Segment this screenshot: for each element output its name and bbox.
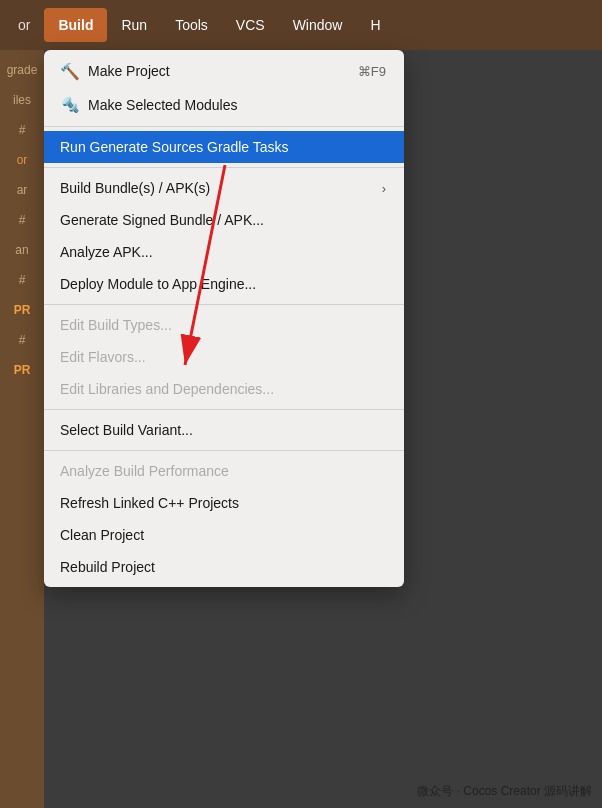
menu-item-deploy-module[interactable]: Deploy Module to App Engine... — [44, 268, 404, 300]
sidebar-label-or: or — [0, 145, 44, 175]
sidebar-label-hash2: # — [0, 205, 44, 235]
sidebar-label-files: iles — [0, 85, 44, 115]
sidebar-label-pr1: PR — [0, 295, 44, 325]
sidebar-label-hash1: # — [0, 115, 44, 145]
sidebar-label-hash3: # — [0, 265, 44, 295]
menu-item-clean-project[interactable]: Clean Project — [44, 519, 404, 551]
menubar-item-or[interactable]: or — [4, 8, 44, 42]
menu-item-build-bundle-apk[interactable]: Build Bundle(s) / APK(s) › — [44, 172, 404, 204]
menu-item-run-generate-sources[interactable]: Run Generate Sources Gradle Tasks — [44, 131, 404, 163]
module-icon: 🔩 — [60, 95, 80, 115]
menu-item-analyze-build-performance: Analyze Build Performance — [44, 455, 404, 487]
menu-item-edit-build-types: Edit Build Types... — [44, 309, 404, 341]
menu-item-make-project[interactable]: 🔨 Make Project ⌘F9 — [44, 54, 404, 88]
separator-2 — [44, 167, 404, 168]
menubar-item-window[interactable]: Window — [279, 8, 357, 42]
separator-3 — [44, 304, 404, 305]
menubar-item-build[interactable]: Build — [44, 8, 107, 42]
menu-item-make-selected-modules[interactable]: 🔩 Make Selected Modules — [44, 88, 404, 122]
separator-1 — [44, 126, 404, 127]
build-dropdown-menu: 🔨 Make Project ⌘F9 🔩 Make Selected Modul… — [44, 50, 404, 587]
menu-item-refresh-linked-cpp[interactable]: Refresh Linked C++ Projects — [44, 487, 404, 519]
watermark: 微众号 · Cocos Creator 源码讲解 — [417, 783, 592, 800]
separator-5 — [44, 450, 404, 451]
submenu-arrow-icon: › — [382, 181, 386, 196]
sidebar: grade iles # or ar # an # PR # PR — [0, 0, 44, 808]
sidebar-label-pr2: PR — [0, 355, 44, 385]
menu-item-rebuild-project[interactable]: Rebuild Project — [44, 551, 404, 583]
menubar-item-run[interactable]: Run — [107, 8, 161, 42]
menubar-item-vcs[interactable]: VCS — [222, 8, 279, 42]
sidebar-label-grade: grade — [0, 55, 44, 85]
sidebar-label-an: an — [0, 235, 44, 265]
menu-item-select-build-variant[interactable]: Select Build Variant... — [44, 414, 404, 446]
sidebar-label-hash4: # — [0, 325, 44, 355]
menu-item-edit-flavors: Edit Flavors... — [44, 341, 404, 373]
menu-item-edit-libraries: Edit Libraries and Dependencies... — [44, 373, 404, 405]
separator-4 — [44, 409, 404, 410]
menu-item-generate-signed-bundle[interactable]: Generate Signed Bundle / APK... — [44, 204, 404, 236]
menubar-item-tools[interactable]: Tools — [161, 8, 222, 42]
menu-item-analyze-apk[interactable]: Analyze APK... — [44, 236, 404, 268]
menubar-item-h[interactable]: H — [356, 8, 394, 42]
sidebar-label-ar: ar — [0, 175, 44, 205]
hammer-icon: 🔨 — [60, 61, 80, 81]
menubar: or Build Run Tools VCS Window H — [0, 0, 602, 50]
